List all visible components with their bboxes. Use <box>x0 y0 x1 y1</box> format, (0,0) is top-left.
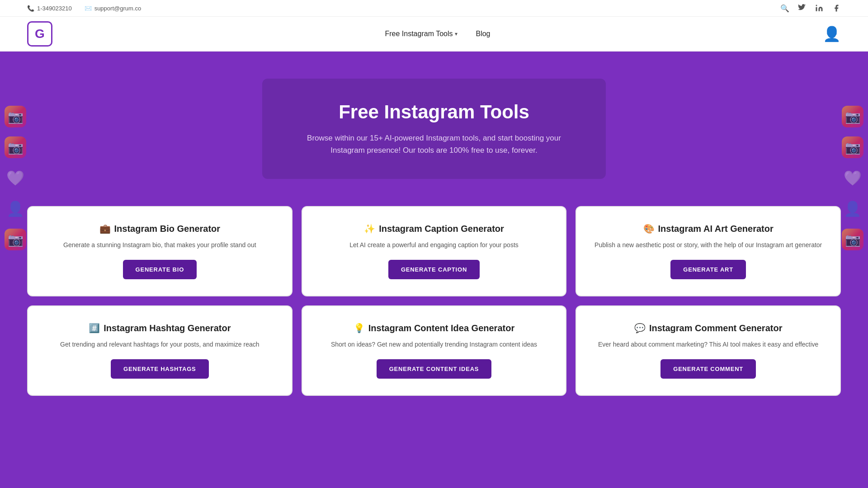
hero-card: Free Instagram Tools Browse within our 1… <box>262 79 606 179</box>
tool-card-3: #️⃣ Instagram Hashtag Generator Get tren… <box>27 305 292 396</box>
instagram-icon-right-1: 📷 <box>842 106 863 127</box>
nav-tools-link[interactable]: Free Instagram Tools ▾ <box>385 30 458 38</box>
nav: G Free Instagram Tools ▾ Blog 👤 <box>0 17 868 52</box>
card-title-5: 💬 Instagram Comment Generator <box>634 323 783 333</box>
card-emoji-4: 💡 <box>354 323 365 333</box>
card-emoji-0: 💼 <box>99 223 111 234</box>
nav-tools-label: Free Instagram Tools <box>385 30 453 38</box>
nav-blog-label: Blog <box>476 30 490 38</box>
card-desc-4: Short on ideas? Get new and potentially … <box>331 340 537 349</box>
logo[interactable]: G <box>27 21 52 47</box>
card-emoji-2: 🎨 <box>643 223 655 234</box>
top-bar: 📞 1-349023210 ✉️ support@grum.co 🔍 <box>0 0 868 17</box>
card-desc-0: Generate a stunning Instagram bio, that … <box>63 240 256 250</box>
card-btn-3[interactable]: GENERATE HASHTAGS <box>111 359 208 379</box>
tool-card-0: 💼 Instagram Bio Generator Generate a stu… <box>27 206 292 296</box>
card-emoji-5: 💬 <box>634 323 646 333</box>
tool-card-1: ✨ Instagram Caption Generator Let AI cre… <box>302 206 567 296</box>
heart-icon-right: 🤍 <box>842 167 863 189</box>
card-title-3: #️⃣ Instagram Hashtag Generator <box>89 323 231 333</box>
phone-number: 1-349023210 <box>37 5 72 12</box>
card-title-4: 💡 Instagram Content Idea Generator <box>354 323 514 333</box>
card-desc-1: Let AI create a powerful and engaging ca… <box>349 240 519 250</box>
tool-card-2: 🎨 Instagram AI Art Generator Publish a n… <box>576 206 841 296</box>
side-icons-left: 📷 📷 🤍 👤 📷 <box>0 106 26 250</box>
card-btn-0[interactable]: GENERATE BIO <box>123 260 197 279</box>
side-icons-right: 📷 📷 🤍 👤 📷 <box>842 106 868 250</box>
person-icon-left: 👤 <box>5 198 26 220</box>
card-desc-3: Get trending and relevant hashtags for y… <box>60 340 259 349</box>
card-title-text-3: Instagram Hashtag Generator <box>104 323 231 333</box>
card-title-text-4: Instagram Content Idea Generator <box>368 323 514 333</box>
person-icon-right: 👤 <box>842 198 863 220</box>
chevron-down-icon: ▾ <box>455 31 458 37</box>
email-icon: ✉️ <box>85 5 92 12</box>
logo-letter: G <box>35 27 45 41</box>
cards-grid: 💼 Instagram Bio Generator Generate a stu… <box>27 206 841 396</box>
card-btn-2[interactable]: GENERATE ART <box>670 260 746 279</box>
tool-card-5: 💬 Instagram Comment Generator Ever heard… <box>576 305 841 396</box>
card-desc-5: Ever heard about comment marketing? This… <box>598 340 818 349</box>
phone-link[interactable]: 📞 1-349023210 <box>27 5 72 12</box>
hero-subtitle: Browse within our 15+ AI-powered Instagr… <box>298 132 570 156</box>
card-title-text-2: Instagram AI Art Generator <box>658 224 774 234</box>
hero-section: 📷 📷 🤍 👤 📷 Free Instagram Tools Browse wi… <box>0 52 868 197</box>
svg-point-0 <box>816 5 817 6</box>
nav-blog-link[interactable]: Blog <box>476 30 490 38</box>
nav-center: Free Instagram Tools ▾ Blog <box>385 30 490 38</box>
hero-title: Free Instagram Tools <box>298 101 570 123</box>
card-btn-5[interactable]: GENERATE COMMENT <box>660 359 756 379</box>
card-title-1: ✨ Instagram Caption Generator <box>364 223 504 234</box>
card-btn-1[interactable]: GENERATE CAPTION <box>388 260 480 279</box>
heart-icon-left: 🤍 <box>5 167 26 189</box>
top-bar-social-icons: 🔍 <box>780 4 841 13</box>
logo-box: G <box>27 21 52 47</box>
top-bar-left: 📞 1-349023210 ✉️ support@grum.co <box>27 5 141 12</box>
card-btn-4[interactable]: GENERATE CONTENT IDEAS <box>377 359 492 379</box>
card-title-text-0: Instagram Bio Generator <box>114 224 221 234</box>
instagram-icon-right-2: 📷 <box>842 136 863 158</box>
email-address: support@grum.co <box>94 5 142 12</box>
instagram-icon-left-1: 📷 <box>5 106 26 127</box>
nav-right: 👤 <box>823 25 841 42</box>
instagram-icon-left-2: 📷 <box>5 136 26 158</box>
facebook-icon[interactable] <box>832 4 841 13</box>
card-title-text-1: Instagram Caption Generator <box>379 224 504 234</box>
email-link[interactable]: ✉️ support@grum.co <box>85 5 142 12</box>
phone-icon: 📞 <box>27 5 34 12</box>
instagram-icon-right-3: 📷 <box>842 229 863 250</box>
linkedin-icon[interactable] <box>815 4 824 13</box>
card-emoji-3: #️⃣ <box>89 323 100 333</box>
card-desc-2: Publish a new aesthetic post or story, w… <box>594 240 822 250</box>
card-title-0: 💼 Instagram Bio Generator <box>99 223 221 234</box>
user-account-icon[interactable]: 👤 <box>823 25 841 42</box>
search-icon[interactable]: 🔍 <box>780 4 789 13</box>
instagram-icon-left-3: 📷 <box>5 229 26 250</box>
tool-card-4: 💡 Instagram Content Idea Generator Short… <box>302 305 567 396</box>
card-title-2: 🎨 Instagram AI Art Generator <box>643 223 774 234</box>
cards-section: 💼 Instagram Bio Generator Generate a stu… <box>0 197 868 409</box>
twitter-icon[interactable] <box>797 4 807 13</box>
card-emoji-1: ✨ <box>364 223 375 234</box>
card-title-text-5: Instagram Comment Generator <box>649 323 783 333</box>
